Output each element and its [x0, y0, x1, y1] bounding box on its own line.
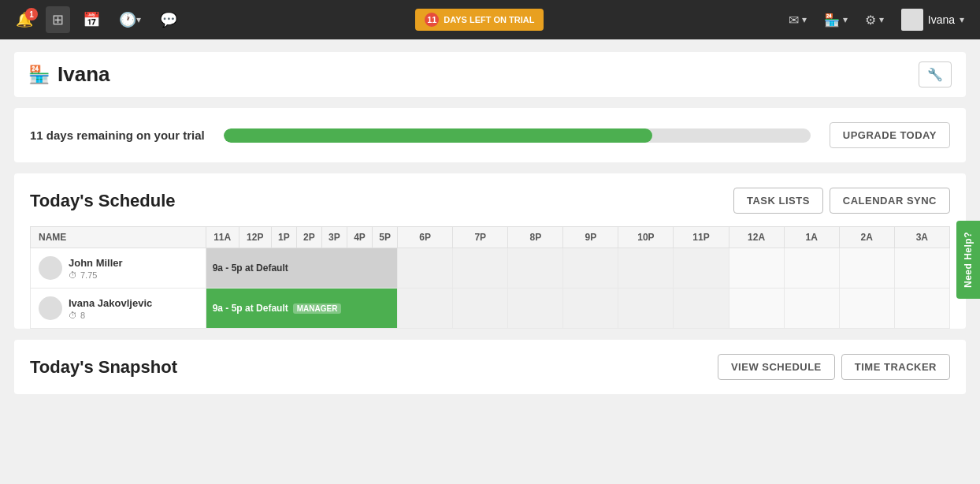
- page-title-row: 🏪 Ivana: [28, 62, 110, 87]
- schedule-card-actions: TASK LISTS CALENDAR SYNC: [733, 188, 950, 214]
- time-col-8p: 8P: [508, 227, 563, 248]
- time-col-11p: 11P: [674, 227, 729, 248]
- clock-icon: 🕐: [119, 11, 136, 28]
- schedule-card: Today's Schedule TASK LISTS CALENDAR SYN…: [14, 173, 966, 329]
- time-col-9p: 9P: [563, 227, 618, 248]
- time-col-3p: 3P: [321, 227, 347, 248]
- employee-name-cell: John Miller ⏱ 7.75: [31, 248, 206, 289]
- grid-icon: ⊞: [52, 11, 64, 28]
- employee-name: John Miller: [69, 257, 123, 269]
- avatar: [39, 296, 62, 320]
- empty-time-cell: [894, 248, 949, 289]
- gear-chevron-icon: ▾: [879, 14, 884, 25]
- chat-button[interactable]: 💬: [154, 6, 184, 33]
- email-icon: ✉: [789, 13, 799, 28]
- time-col-12a: 12A: [729, 227, 784, 248]
- store-chevron-icon: ▾: [843, 14, 848, 25]
- top-navigation: 🔔 1 ⊞ 📅 🕐 ▾ 💬 11 DAYS LEFT ON TRIAL ✉ ▾ …: [0, 0, 980, 39]
- upgrade-button[interactable]: UPGRADE TODAY: [830, 122, 950, 148]
- clock-small-icon: ⏱: [69, 311, 77, 320]
- manager-badge: MANAGER: [293, 303, 342, 314]
- empty-time-cell: [729, 289, 784, 329]
- notifications-button[interactable]: 🔔 1: [9, 6, 39, 33]
- name-column-header: NAME: [31, 227, 206, 248]
- schedule-card-header: Today's Schedule TASK LISTS CALENDAR SYN…: [30, 188, 950, 214]
- user-chevron-icon: ▾: [960, 14, 964, 25]
- shift-cell[interactable]: 9a - 5p at Default: [206, 248, 397, 289]
- page-header: 🏪 Ivana 🔧: [14, 52, 966, 97]
- notification-badge: 1: [25, 8, 38, 20]
- time-col-1a: 1A: [784, 227, 839, 248]
- shift-cell[interactable]: 9a - 5p at Default MANAGER: [206, 289, 397, 329]
- time-col-12p: 12P: [239, 227, 271, 248]
- calendar-button[interactable]: 📅: [76, 6, 106, 33]
- empty-time-cell: [839, 289, 894, 329]
- store-nav-icon: 🏪: [824, 13, 840, 28]
- clock-small-icon: ⏱: [69, 270, 77, 280]
- task-lists-button[interactable]: TASK LISTS: [733, 188, 823, 214]
- trial-badge: 11 DAYS LEFT ON TRIAL: [415, 9, 544, 31]
- trial-bar: 11 days remaining on your trial UPGRADE …: [14, 108, 966, 162]
- email-dropdown-button[interactable]: ✉ ▾: [782, 9, 813, 32]
- empty-time-cell: [729, 248, 784, 289]
- chat-icon: 💬: [160, 11, 177, 28]
- table-row: Ivana Jakovljevic ⏱ 8 9a - 5p at Def: [31, 289, 950, 329]
- calendar-icon: 📅: [83, 11, 100, 28]
- user-avatar: [901, 9, 923, 31]
- time-col-4p: 4P: [347, 227, 372, 248]
- time-tracker-button[interactable]: TIME TRACKER: [841, 354, 950, 380]
- time-col-2p: 2P: [296, 227, 321, 248]
- page-title: Ivana: [58, 62, 110, 87]
- time-col-7p: 7P: [453, 227, 508, 248]
- employee-hours: 8: [80, 311, 85, 320]
- store-dropdown-button[interactable]: 🏪 ▾: [818, 9, 854, 32]
- page-content: 🏪 Ivana 🔧 11 days remaining on your tria…: [0, 39, 980, 407]
- snapshot-card-actions: VIEW SCHEDULE TIME TRACKER: [718, 354, 950, 380]
- empty-time-cell: [618, 289, 674, 329]
- time-col-6p: 6P: [398, 227, 453, 248]
- employee-meta: ⏱ 8: [69, 311, 152, 320]
- trial-badge-text: DAYS LEFT ON TRIAL: [444, 15, 534, 24]
- empty-time-cell: [784, 248, 839, 289]
- time-col-2a: 2A: [839, 227, 894, 248]
- snapshot-card-title: Today's Snapshot: [30, 357, 177, 378]
- gear-icon: ⚙: [865, 13, 876, 28]
- empty-time-cell: [453, 289, 508, 329]
- clock-chevron-icon: ▾: [136, 14, 141, 25]
- need-help-button[interactable]: Need Help?: [956, 221, 980, 299]
- table-row: John Miller ⏱ 7.75 9a - 5: [31, 248, 950, 289]
- employee-meta: ⏱ 7.75: [69, 270, 123, 280]
- settings-wrench-button[interactable]: 🔧: [919, 61, 952, 87]
- calendar-sync-button[interactable]: CALENDAR SYNC: [830, 188, 950, 214]
- grid-button[interactable]: ⊞: [46, 6, 70, 33]
- schedule-table: NAME 11A 12P 1P 2P 3P 4P 5P 6P 7P 8P 9P …: [30, 226, 950, 329]
- trial-progress-bar: [224, 128, 652, 143]
- time-col-11a: 11A: [206, 227, 239, 248]
- email-chevron-icon: ▾: [802, 14, 807, 25]
- page-store-icon: 🏪: [28, 65, 50, 85]
- empty-time-cell: [839, 248, 894, 289]
- view-schedule-button[interactable]: VIEW SCHEDULE: [718, 354, 835, 380]
- trial-progress-container: [224, 128, 811, 143]
- user-menu-button[interactable]: Ivana ▾: [895, 6, 971, 34]
- time-col-5p: 5P: [373, 227, 398, 248]
- trial-remaining-text: 11 days remaining on your trial: [30, 128, 205, 142]
- empty-time-cell: [618, 248, 674, 289]
- empty-time-cell: [563, 289, 618, 329]
- empty-time-cell: [508, 248, 563, 289]
- user-name-label: Ivana: [928, 13, 955, 26]
- time-col-3a: 3A: [894, 227, 949, 248]
- schedule-card-title: Today's Schedule: [30, 191, 176, 211]
- empty-time-cell: [563, 248, 618, 289]
- clock-dropdown-button[interactable]: 🕐 ▾: [113, 6, 147, 33]
- avatar: [39, 256, 62, 280]
- empty-time-cell: [453, 248, 508, 289]
- empty-time-cell: [398, 248, 453, 289]
- settings-dropdown-button[interactable]: ⚙ ▾: [859, 9, 890, 32]
- employee-name-cell: Ivana Jakovljevic ⏱ 8: [31, 289, 206, 329]
- nav-right-section: ✉ ▾ 🏪 ▾ ⚙ ▾ Ivana ▾: [782, 6, 971, 34]
- snapshot-card: Today's Snapshot VIEW SCHEDULE TIME TRAC…: [14, 340, 966, 394]
- empty-time-cell: [674, 248, 729, 289]
- shift-block-green: 9a - 5p at Default MANAGER: [206, 289, 397, 328]
- shift-block: 9a - 5p at Default: [206, 248, 397, 288]
